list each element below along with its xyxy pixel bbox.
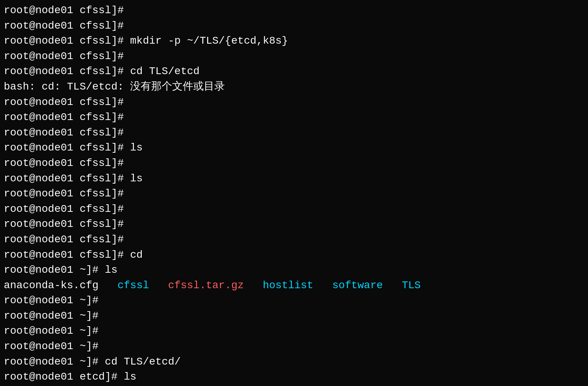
line-21: root@node01 ~]# [4, 308, 584, 324]
cfssl-tar-gz: cfssl.tar.gz [168, 280, 244, 291]
line-14: root@node01 cfssl]# [4, 202, 584, 217]
line-8: root@node01 cfssl]# [4, 110, 584, 125]
line-24: root@node01 ~]# cd TLS/etcd/ [4, 354, 584, 370]
line-7: root@node01 cfssl]# [4, 95, 584, 110]
line-4: root@node01 cfssl]# [4, 49, 584, 64]
line-15: root@node01 cfssl]# [4, 217, 584, 232]
line-20: root@node01 ~]# [4, 293, 584, 308]
line-3: root@node01 cfssl]# mkdir -p ~/TLS/{etcd… [4, 33, 584, 49]
line-2: root@node01 cfssl]# [4, 18, 584, 34]
line-18: root@node01 ~]# ls [4, 263, 584, 278]
anaconda-ks-cfg: anaconda-ks.cfg [4, 280, 99, 291]
software-item: software [332, 280, 383, 291]
line-13: root@node01 cfssl]# [4, 186, 584, 202]
line-25: root@node01 etcd]# ls [4, 369, 584, 385]
cfssl-dir: cfssl [117, 280, 149, 291]
line-10: root@node01 cfssl]# ls [4, 140, 584, 156]
tls-dir: TLS [402, 280, 421, 291]
hostlist-item: hostlist [263, 280, 313, 291]
line-12: root@node01 cfssl]# ls [4, 171, 584, 187]
line-1: root@node01 cfssl]# [4, 3, 584, 18]
ls-result-line: anaconda-ks.cfg cfssl cfssl.tar.gz hostl… [4, 278, 584, 293]
line-16: root@node01 cfssl]# [4, 232, 584, 248]
line-5: root@node01 cfssl]# cd TLS/etcd [4, 64, 584, 79]
line-17: root@node01 cfssl]# cd [4, 248, 584, 263]
line-6-error: bash: cd: TLS/etcd: 没有那个文件或目录 [4, 79, 584, 95]
line-11: root@node01 cfssl]# [4, 156, 584, 171]
line-23: root@node01 ~]# [4, 339, 584, 354]
line-22: root@node01 ~]# [4, 324, 584, 339]
terminal: root@node01 cfssl]# root@node01 cfssl]# … [4, 3, 584, 386]
line-9: root@node01 cfssl]# [4, 125, 584, 141]
